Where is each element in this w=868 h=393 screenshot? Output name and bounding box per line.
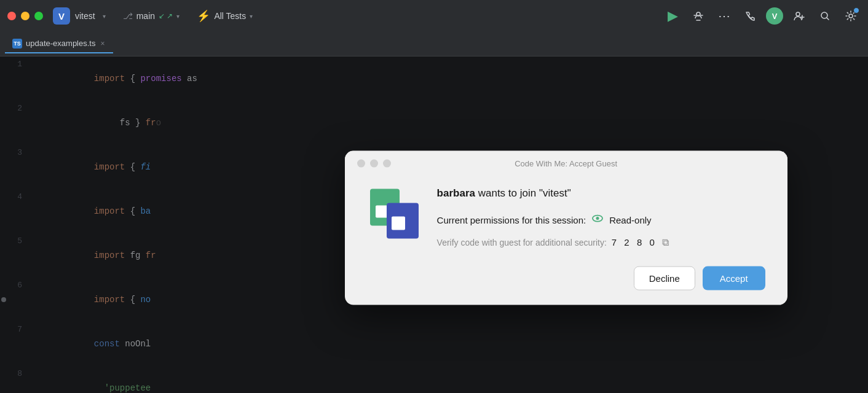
all-tests-button[interactable]: ⚡ All Tests ▾ [192, 7, 258, 25]
permissions-label: Current permissions for this session: [437, 214, 586, 225]
phone-button[interactable] [740, 6, 760, 26]
titlebar: V vitest ▾ ⎇ main ↙ ↗ ▾ ⚡ All Tests ▾ ▶ … [0, 0, 868, 32]
tab-close-button[interactable]: × [99, 39, 106, 49]
editor-wrapper: 1 import { promises as 2 fs } fro 3 impo… [0, 56, 868, 393]
maximize-button[interactable] [34, 12, 43, 20]
branch-name: main [136, 11, 155, 21]
request-text: wants to join "vitest" [478, 187, 571, 199]
tabbar: TS update-examples.ts × [0, 32, 868, 56]
modal-request: barbara wants to join "vitest" [437, 186, 765, 201]
branch-dropdown-icon[interactable]: ▾ [176, 13, 180, 20]
verify-label: Verify code with guest for additional se… [437, 237, 607, 247]
guest-name: barbara [437, 187, 475, 199]
permissions-value: Read-only [609, 214, 651, 225]
modal-title: Code With Me: Accept Guest [515, 159, 617, 168]
app-name: vitest [75, 11, 95, 21]
main-content: TS update-examples.ts × 1 import { promi… [0, 32, 868, 393]
copy-icon[interactable]: ⧉ [662, 236, 669, 247]
modal-tl-3[interactable] [383, 160, 391, 168]
modal-titlebar: Code With Me: Accept Guest [345, 151, 787, 174]
more-options-button[interactable]: ⋯ [714, 6, 734, 26]
eye-icon [591, 211, 604, 228]
verify-code: 7 2 8 0 [612, 237, 657, 247]
codewithme-logo [367, 186, 422, 241]
titlebar-actions: ▶ ⋯ V [663, 6, 861, 26]
modal-verify: Verify code with guest for additional se… [437, 236, 765, 247]
tab-filename: update-examples.ts [26, 39, 95, 48]
typescript-icon: TS [12, 39, 22, 49]
lightning-icon: ⚡ [197, 9, 210, 23]
branch-icon: ⎇ [123, 11, 133, 21]
modal-tl-1[interactable] [357, 160, 365, 168]
svg-point-1 [796, 12, 800, 16]
close-button[interactable] [7, 12, 16, 20]
debug-button[interactable] [688, 6, 708, 26]
modal-tl-2[interactable] [370, 160, 378, 168]
modal-permissions: Current permissions for this session: Re… [437, 211, 765, 228]
add-user-button[interactable] [789, 6, 809, 26]
file-tab[interactable]: TS update-examples.ts × [5, 35, 113, 53]
svg-rect-5 [376, 206, 388, 218]
modal-traffic-lights [357, 160, 391, 168]
accept-button[interactable]: Accept [703, 266, 765, 290]
modal-actions: Decline Accept [345, 266, 787, 305]
tests-dropdown-icon[interactable]: ▾ [250, 13, 253, 20]
all-tests-label: All Tests [214, 11, 246, 21]
svg-point-3 [849, 14, 853, 18]
search-button[interactable] [815, 6, 835, 26]
modal-body: barbara wants to join "vitest" Current p… [345, 174, 787, 267]
minimize-button[interactable] [21, 12, 30, 20]
decline-button[interactable]: Decline [634, 266, 695, 290]
app-dropdown-icon[interactable]: ▾ [103, 13, 106, 20]
branch-area[interactable]: ⎇ main ↙ ↗ ▾ [123, 11, 180, 21]
accept-guest-modal: Code With Me: Accept Guest barbara [345, 151, 787, 305]
branch-sync-icons: ↙ ↗ [159, 12, 173, 20]
run-button[interactable]: ▶ [663, 6, 682, 26]
traffic-lights [7, 12, 43, 20]
settings-button[interactable] [841, 6, 861, 26]
app-icon: V [53, 7, 70, 25]
svg-rect-7 [392, 217, 405, 230]
modal-info: barbara wants to join "vitest" Current p… [437, 186, 765, 248]
svg-point-9 [596, 217, 599, 220]
user-avatar[interactable]: V [766, 7, 783, 25]
